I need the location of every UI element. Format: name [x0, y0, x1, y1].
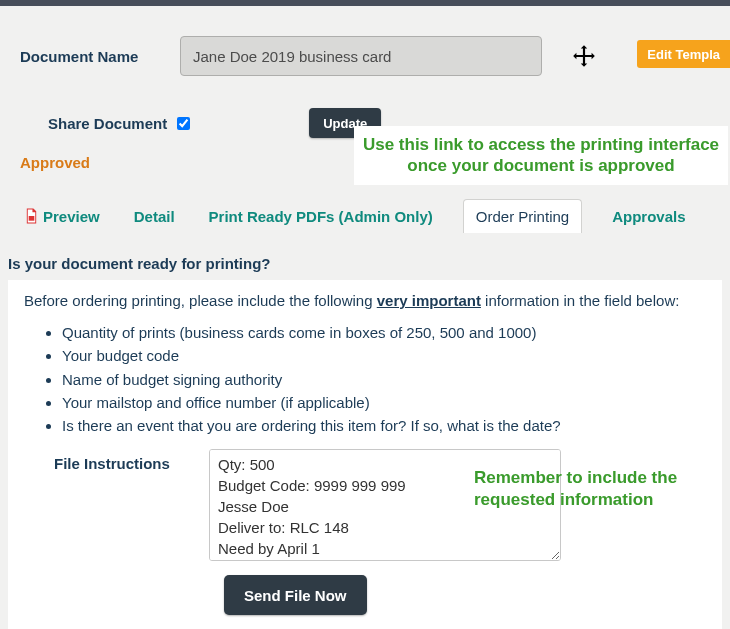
tab-order-printing[interactable]: Order Printing: [463, 199, 582, 233]
tab-bar: Preview Detail Print Ready PDFs (Admin O…: [20, 199, 710, 233]
list-item: Quantity of prints (business cards come …: [62, 321, 706, 344]
file-instructions-label: File Instructions: [24, 449, 209, 561]
order-printing-panel: Before ordering printing, please include…: [8, 280, 722, 629]
pdf-icon: [24, 208, 39, 224]
tab-print-ready-pdfs[interactable]: Print Ready PDFs (Admin Only): [205, 200, 437, 233]
tab-preview[interactable]: Preview: [20, 200, 104, 233]
requirements-list: Quantity of prints (business cards come …: [24, 321, 706, 437]
list-item: Is there an event that you are ordering …: [62, 414, 706, 437]
share-document-label: Share Document: [48, 115, 167, 132]
intro-text: Before ordering printing, please include…: [24, 292, 706, 309]
ready-question: Is your document ready for printing?: [8, 255, 710, 272]
tab-detail[interactable]: Detail: [130, 200, 179, 233]
annotation-remember: Remember to include the requested inform…: [474, 467, 714, 510]
intro-post: information in the field below:: [481, 292, 679, 309]
list-item: Your mailstop and office number (if appl…: [62, 391, 706, 414]
tab-approvals[interactable]: Approvals: [608, 200, 689, 233]
annotation-use-link: Use this link to access the printing int…: [354, 126, 728, 185]
move-icon[interactable]: [570, 42, 598, 70]
document-name-label: Document Name: [20, 48, 180, 65]
intro-emph: very important: [377, 292, 481, 309]
tab-preview-label: Preview: [43, 208, 100, 225]
document-name-input[interactable]: [180, 36, 542, 76]
intro-pre: Before ordering printing, please include…: [24, 292, 377, 309]
edit-template-button[interactable]: Edit Templa: [637, 40, 730, 68]
share-document-checkbox[interactable]: [177, 117, 190, 130]
list-item: Name of budget signing authority: [62, 368, 706, 391]
send-file-button[interactable]: Send File Now: [224, 575, 367, 615]
list-item: Your budget code: [62, 344, 706, 367]
